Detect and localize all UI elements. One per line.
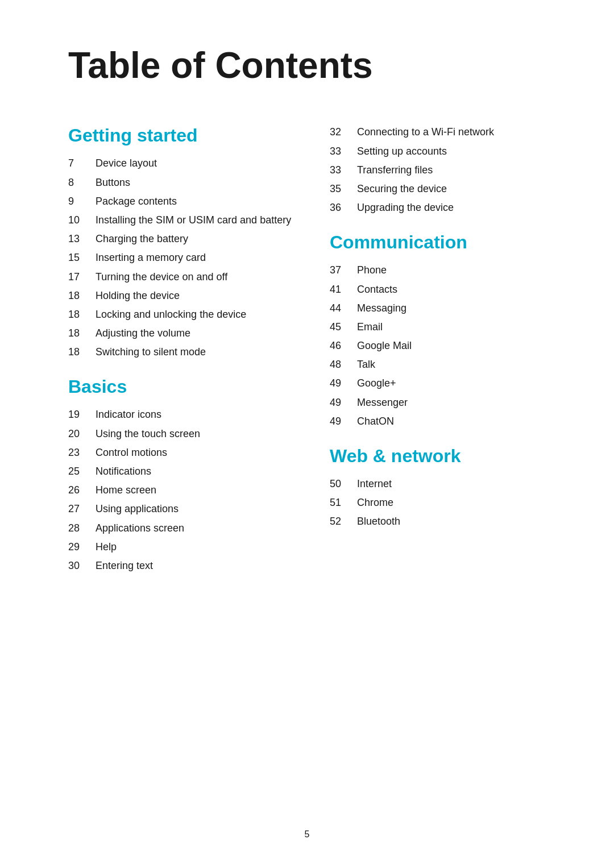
item-label: Email xyxy=(357,320,383,334)
page-number: 28 xyxy=(68,521,96,535)
list-item: 9 Package contents xyxy=(68,194,296,209)
item-label: Google+ xyxy=(357,376,396,391)
page-number: 19 xyxy=(68,408,96,422)
list-item: 19 Indicator icons xyxy=(68,408,296,422)
item-label: Switching to silent mode xyxy=(96,345,206,359)
page-number: 17 xyxy=(68,270,96,284)
item-label: Using applications xyxy=(96,502,179,516)
list-item: 18 Locking and unlocking the device xyxy=(68,308,296,322)
section-communication: Communication 37 Phone 41 Contacts 44 Me… xyxy=(330,232,557,429)
page-title: Table of Contents xyxy=(68,45,557,85)
page-number: 35 xyxy=(330,182,357,196)
toc-list-getting-started: 7 Device layout 8 Buttons 9 Package cont… xyxy=(68,156,296,359)
page-number: 33 xyxy=(330,144,357,159)
list-item: 7 Device layout xyxy=(68,156,296,171)
item-label: Applications screen xyxy=(96,521,184,535)
toc-list-basics: 19 Indicator icons 20 Using the touch sc… xyxy=(68,408,296,573)
list-item: 37 Phone xyxy=(330,263,557,277)
page-number: 45 xyxy=(330,320,357,334)
list-item: 41 Contacts xyxy=(330,283,557,297)
item-label: Entering text xyxy=(96,559,153,573)
section-getting-started: Getting started 7 Device layout 8 Button… xyxy=(68,125,296,359)
item-label: Notifications xyxy=(96,464,151,479)
list-item: 13 Charging the battery xyxy=(68,232,296,246)
page-number: 18 xyxy=(68,308,96,322)
page-number: 18 xyxy=(68,289,96,303)
list-item: 8 Buttons xyxy=(68,176,296,190)
page-number: 30 xyxy=(68,559,96,573)
list-item: 28 Applications screen xyxy=(68,521,296,535)
page-number: 50 xyxy=(330,477,357,491)
item-label: Help xyxy=(96,540,117,554)
list-item: 49 Google+ xyxy=(330,376,557,391)
section-title-web-network: Web & network xyxy=(330,446,557,467)
item-label: Google Mail xyxy=(357,339,412,353)
item-label: Turning the device on and off xyxy=(96,270,227,284)
list-item: 26 Home screen xyxy=(68,483,296,497)
section-getting-started-cont: 32 Connecting to a Wi-Fi network 33 Sett… xyxy=(330,125,557,215)
list-item: 35 Securing the device xyxy=(330,182,557,196)
item-label: Connecting to a Wi-Fi network xyxy=(357,125,494,139)
list-item: 18 Holding the device xyxy=(68,289,296,303)
item-label: Contacts xyxy=(357,283,397,297)
section-web-network: Web & network 50 Internet 51 Chrome 52 B… xyxy=(330,446,557,529)
list-item: 30 Entering text xyxy=(68,559,296,573)
list-item: 33 Transferring files xyxy=(330,163,557,177)
item-label: Buttons xyxy=(96,176,130,190)
list-item: 44 Messaging xyxy=(330,301,557,315)
item-label: Indicator icons xyxy=(96,408,161,422)
right-column: 32 Connecting to a Wi-Fi network 33 Sett… xyxy=(330,125,557,590)
list-item: 10 Installing the SIM or USIM card and b… xyxy=(68,213,296,227)
footer-page-number: 5 xyxy=(305,829,310,839)
toc-list-web-network: 50 Internet 51 Chrome 52 Bluetooth xyxy=(330,477,557,529)
page-number: 41 xyxy=(330,283,357,297)
page-number: 48 xyxy=(330,358,357,372)
page-number: 37 xyxy=(330,263,357,277)
page-number: 25 xyxy=(68,464,96,479)
page: Table of Contents Getting started 7 Devi… xyxy=(0,0,614,868)
item-label: Messaging xyxy=(357,301,406,315)
item-label: Package contents xyxy=(96,194,177,209)
list-item: 15 Inserting a memory card xyxy=(68,251,296,265)
list-item: 33 Setting up accounts xyxy=(330,144,557,159)
page-number: 32 xyxy=(330,125,357,139)
list-item: 29 Help xyxy=(68,540,296,554)
list-item: 18 Adjusting the volume xyxy=(68,326,296,340)
list-item: 36 Upgrading the device xyxy=(330,201,557,215)
list-item: 20 Using the touch screen xyxy=(68,427,296,441)
page-number: 18 xyxy=(68,345,96,359)
page-number: 29 xyxy=(68,540,96,554)
page-number: 36 xyxy=(330,201,357,215)
page-number: 26 xyxy=(68,483,96,497)
list-item: 32 Connecting to a Wi-Fi network xyxy=(330,125,557,139)
item-label: Chrome xyxy=(357,496,393,510)
section-title-basics: Basics xyxy=(68,376,296,397)
item-label: Device layout xyxy=(96,156,157,171)
list-item: 17 Turning the device on and off xyxy=(68,270,296,284)
item-label: Using the touch screen xyxy=(96,427,200,441)
toc-list-cont: 32 Connecting to a Wi-Fi network 33 Sett… xyxy=(330,125,557,215)
item-label: Inserting a memory card xyxy=(96,251,206,265)
item-label: Transferring files xyxy=(357,163,433,177)
toc-list-communication: 37 Phone 41 Contacts 44 Messaging 45 Ema… xyxy=(330,263,557,429)
section-title-communication: Communication xyxy=(330,232,557,253)
section-title-getting-started: Getting started xyxy=(68,125,296,146)
item-label: Adjusting the volume xyxy=(96,326,190,340)
item-label: Bluetooth xyxy=(357,514,400,529)
list-item: 23 Control motions xyxy=(68,446,296,460)
page-number: 8 xyxy=(68,176,96,190)
two-column-layout: Getting started 7 Device layout 8 Button… xyxy=(68,125,557,590)
page-number: 52 xyxy=(330,514,357,529)
item-label: Phone xyxy=(357,263,387,277)
list-item: 46 Google Mail xyxy=(330,339,557,353)
page-number: 9 xyxy=(68,194,96,209)
item-label: Upgrading the device xyxy=(357,201,454,215)
page-number: 15 xyxy=(68,251,96,265)
item-label: Messenger xyxy=(357,396,408,410)
item-label: Control motions xyxy=(96,446,167,460)
item-label: Locking and unlocking the device xyxy=(96,308,246,322)
page-number: 46 xyxy=(330,339,357,353)
list-item: 49 ChatON xyxy=(330,414,557,429)
item-label: Securing the device xyxy=(357,182,447,196)
page-number: 33 xyxy=(330,163,357,177)
